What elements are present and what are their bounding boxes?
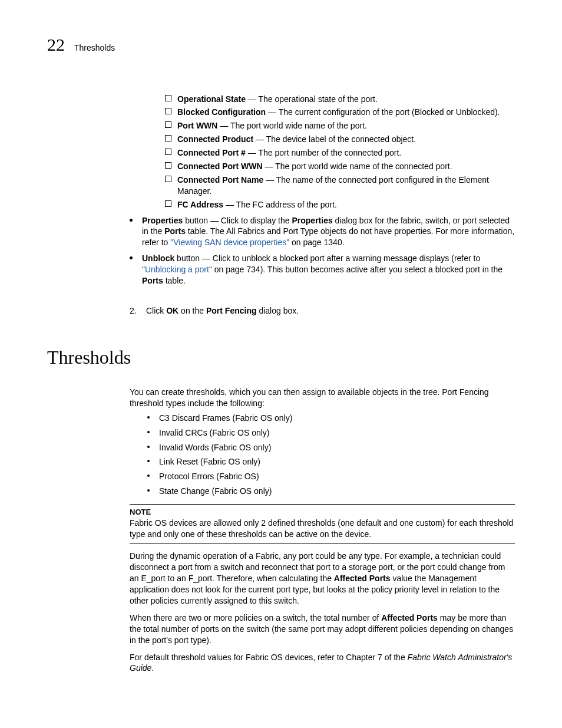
properties-bullet: Properties button — Click to display the… (130, 215, 515, 249)
link-unblocking-port[interactable]: "Unblocking a port" (142, 265, 212, 274)
checkbox-icon (165, 176, 171, 182)
checkbox-text: Connected Product — The device label of … (177, 134, 515, 145)
threshold-list: C3 Discard Frames (Fabric OS only)Invali… (130, 413, 515, 497)
step-number: 2. (130, 305, 138, 317)
list-item-text: State Change (Fabric OS only) (159, 486, 515, 497)
list-item-text: C3 Discard Frames (Fabric OS only) (159, 413, 515, 424)
checkbox-text: Port WWN — The port world wide name of t… (177, 120, 515, 131)
checkbox-text: Connected Port # — The port number of th… (177, 147, 515, 159)
checkbox-item: Port WWN — The port world wide name of t… (165, 120, 515, 131)
checkbox-text: Blocked Configuration — The current conf… (177, 107, 515, 118)
bullet-icon (147, 416, 150, 419)
checkbox-icon (165, 135, 171, 141)
checkbox-icon (165, 121, 171, 128)
unblock-bullet: Unblock button — Click to unblock a bloc… (130, 253, 515, 286)
list-item-text: Invalid CRCs (Fabric OS only) (159, 427, 515, 439)
list-item-text: Invalid Words (Fabric OS only) (159, 442, 515, 453)
note-label: NOTE (130, 507, 515, 518)
list-item: Link Reset (Fabric OS only) (147, 456, 515, 467)
default-paragraph: For default threshold values for Fabric … (130, 652, 515, 674)
checkbox-item: Connected Product — The device label of … (165, 134, 515, 145)
checkbox-item: Operational State — The operational stat… (165, 94, 515, 105)
checkbox-text: Connected Port WWN — The port world wide… (177, 161, 515, 172)
checkbox-icon (165, 108, 171, 114)
bullet-icon (147, 460, 150, 462)
checkbox-item: Connected Port WWN — The port world wide… (165, 161, 515, 172)
checkbox-icon (165, 95, 171, 101)
checkbox-icon (165, 149, 171, 155)
page-header: 22 Thresholds (47, 33, 515, 57)
properties-text: Properties button — Click to display the… (142, 215, 515, 249)
list-item-text: Protocol Errors (Fabric OS) (159, 471, 515, 482)
checkbox-text: Operational State — The operational stat… (177, 94, 515, 105)
list-item: C3 Discard Frames (Fabric OS only) (147, 413, 515, 424)
checkbox-item: Connected Port # — The port number of th… (165, 147, 515, 159)
list-item: Protocol Errors (Fabric OS) (147, 471, 515, 482)
checkbox-icon (165, 162, 171, 169)
thresholds-heading: Thresholds (47, 345, 515, 370)
checkbox-icon (165, 200, 171, 207)
bullet-icon (147, 431, 150, 433)
bullet-icon (130, 219, 133, 222)
note-text: Fabric OS devices are allowed only 2 def… (130, 518, 515, 540)
content-column: Operational State — The operational stat… (130, 94, 515, 286)
checkbox-item: Blocked Configuration — The current conf… (165, 107, 515, 118)
checkbox-item: Connected Port Name — The name of the co… (165, 174, 515, 197)
step-text: Click OK on the Port Fencing dialog box. (146, 305, 299, 317)
link-viewing-san[interactable]: "Viewing SAN device properties" (170, 238, 289, 247)
list-item: State Change (Fabric OS only) (147, 486, 515, 497)
page: 22 Thresholds Operational State — The op… (0, 0, 562, 709)
list-item: Invalid CRCs (Fabric OS only) (147, 427, 515, 439)
dynamic-paragraph: During the dynamic operation of a Fabric… (130, 551, 515, 606)
bullet-icon (130, 256, 133, 259)
bullet-icon (147, 446, 150, 448)
bullet-icon (147, 475, 150, 477)
unblock-text: Unblock button — Click to unblock a bloc… (142, 253, 515, 286)
bullet-icon (147, 489, 150, 492)
note-block: NOTE Fabric OS devices are allowed only … (130, 504, 515, 543)
list-item-text: Link Reset (Fabric OS only) (159, 456, 515, 467)
chapter-title: Thresholds (74, 42, 115, 54)
two-policies-paragraph: When there are two or more policies on a… (130, 612, 515, 646)
checkbox-text: FC Address — The FC address of the port. (177, 199, 515, 210)
intro-paragraph: You can create thresholds, which you can… (130, 387, 515, 409)
checkbox-text: Connected Port Name — The name of the co… (177, 174, 515, 197)
checkbox-list: Operational State — The operational stat… (130, 94, 515, 210)
thresholds-body: You can create thresholds, which you can… (130, 387, 515, 674)
checkbox-item: FC Address — The FC address of the port. (165, 199, 515, 210)
list-item: Invalid Words (Fabric OS only) (147, 442, 515, 453)
step-2: 2. Click OK on the Port Fencing dialog b… (130, 305, 515, 317)
chapter-number: 22 (47, 33, 65, 57)
